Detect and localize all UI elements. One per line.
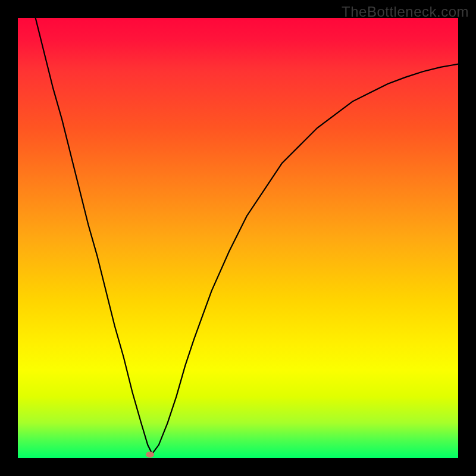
- chart-minimum-marker: [146, 452, 154, 458]
- chart-curve-svg: [18, 18, 458, 458]
- chart-plot-area: [18, 18, 458, 458]
- watermark-text: TheBottleneck.com: [342, 4, 469, 20]
- chart-curve-line: [36, 18, 458, 454]
